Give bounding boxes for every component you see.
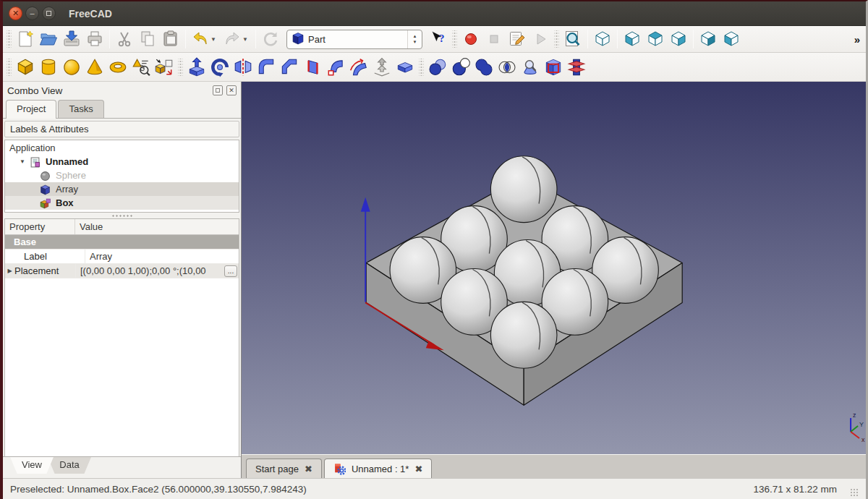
window-title: FreeCAD — [69, 8, 112, 20]
open-document-button[interactable] — [37, 27, 60, 51]
macro-stop-button[interactable] — [482, 27, 506, 51]
toolbar-part-workbench — [3, 53, 866, 82]
view-axonometric-button[interactable] — [591, 27, 614, 51]
property-expander-icon[interactable]: ▶ — [5, 268, 14, 274]
cross-sections-button[interactable] — [565, 56, 588, 79]
freecad-document-icon — [333, 463, 346, 475]
part-box-button[interactable] — [14, 56, 37, 79]
toolbar-overflow-button[interactable]: » — [854, 33, 860, 46]
part-sphere-button[interactable] — [60, 56, 83, 79]
boolean-cut-button[interactable] — [449, 56, 472, 79]
view-top-button[interactable] — [644, 27, 667, 51]
toolbar-drag-handle[interactable] — [7, 59, 12, 76]
undo-icon — [191, 30, 210, 48]
boolean-union-button[interactable] — [472, 56, 495, 79]
value-column-header: Value — [75, 219, 107, 234]
open-document-icon — [39, 30, 58, 48]
view-left-button[interactable] — [720, 27, 743, 51]
toolbar-drag-handle[interactable] — [452, 30, 457, 48]
window-titlebar[interactable]: ✕ – FreeCAD — [3, 1, 866, 26]
macro-record-button[interactable] — [459, 27, 482, 51]
tab-project[interactable]: Project — [6, 100, 56, 119]
redo-button[interactable] — [221, 27, 244, 51]
revolve-button[interactable] — [208, 56, 231, 79]
view-right-button[interactable] — [667, 27, 690, 51]
property-group-base[interactable]: Base — [5, 235, 239, 250]
whats-this-button[interactable]: ? — [427, 27, 450, 51]
part-cone-button[interactable] — [83, 56, 106, 79]
property-editor: Property Value BaseLabelArray▶Placement[… — [4, 218, 239, 457]
tab-tasks[interactable]: Tasks — [58, 100, 103, 118]
panel-splitter[interactable] — [3, 213, 241, 218]
mirror-button[interactable] — [231, 56, 255, 79]
window-maximize-button[interactable] — [42, 7, 56, 20]
macro-play-button[interactable] — [529, 27, 552, 51]
workbench-selector-spinner[interactable]: ▲▼ — [407, 30, 422, 48]
toolbar-drag-handle[interactable] — [554, 30, 559, 48]
workbench-selector[interactable]: Part▲▼ — [286, 30, 422, 49]
thickness-button[interactable] — [393, 56, 417, 79]
sweep-button[interactable] — [347, 56, 370, 79]
view-rear-button[interactable] — [697, 27, 720, 51]
tree-item-box[interactable]: Box — [5, 196, 239, 210]
save-document-button[interactable] — [60, 27, 83, 51]
whats-this-icon: ? — [429, 30, 448, 48]
property-row-placement[interactable]: ▶Placement[(0,00 0,00 1,00);0,00 °;(10,0… — [5, 264, 239, 278]
window-minimize-button[interactable]: – — [25, 7, 39, 20]
view-front-button[interactable] — [621, 27, 644, 51]
property-row-label[interactable]: LabelArray — [5, 250, 239, 264]
zoom-fit-all-icon — [563, 30, 582, 48]
macro-edit-button[interactable] — [506, 27, 529, 51]
tab-close-icon[interactable]: ✖ — [414, 464, 422, 474]
tab-data[interactable]: Data — [48, 457, 91, 474]
ruled-surface-button[interactable] — [301, 56, 324, 79]
undo-dropdown-arrow[interactable]: ▼ — [210, 36, 221, 43]
tree-item-unnamed[interactable]: ▼Unnamed — [5, 155, 239, 169]
toolbar-drag-handle[interactable] — [7, 30, 12, 48]
toolbar-drag-handle[interactable] — [178, 59, 183, 76]
section-button[interactable] — [542, 56, 565, 79]
paste-button[interactable] — [159, 27, 182, 51]
view-front-icon — [623, 30, 642, 48]
placement-edit-button[interactable]: ... — [224, 265, 237, 277]
loft-button[interactable] — [324, 56, 347, 79]
tree-expander-icon[interactable]: ▼ — [20, 158, 30, 165]
tree-item-application[interactable]: Application — [5, 141, 239, 155]
zoom-fit-all-button[interactable] — [561, 27, 584, 51]
print-icon — [85, 30, 104, 48]
document-tab-unnamed[interactable]: Unnamed : 1*✖ — [324, 459, 432, 478]
refresh-button[interactable] — [259, 27, 282, 51]
cross-sections-icon — [566, 57, 587, 77]
panel-close-icon[interactable]: ✕ — [226, 85, 237, 95]
boolean-intersection-button[interactable] — [495, 56, 519, 79]
tab-close-icon[interactable]: ✖ — [305, 464, 312, 474]
toolbar-drag-handle[interactable] — [419, 59, 424, 76]
redo-dropdown-arrow[interactable]: ▼ — [242, 36, 252, 43]
tab-view[interactable]: View — [10, 457, 54, 474]
undo-button[interactable] — [189, 27, 212, 51]
3d-viewport[interactable]: z Y x — [242, 82, 866, 454]
copy-button[interactable] — [136, 27, 159, 51]
offset-button[interactable] — [370, 56, 393, 79]
new-document-icon — [16, 30, 35, 48]
tree-item-array[interactable]: Array — [5, 182, 239, 196]
print-button[interactable] — [83, 27, 106, 51]
new-document-button[interactable] — [14, 27, 37, 51]
resize-grip[interactable] — [850, 488, 859, 497]
check-geometry-button[interactable] — [519, 56, 542, 79]
tree-item-sphere[interactable]: Sphere — [5, 169, 239, 182]
part-box-icon — [15, 57, 35, 77]
extrude-button[interactable] — [185, 56, 208, 79]
panel-float-icon[interactable] — [213, 85, 223, 95]
window-close-button[interactable]: ✕ — [9, 7, 22, 20]
part-primitives-button[interactable] — [129, 56, 153, 79]
fillet-button[interactable] — [255, 56, 278, 79]
document-tab-start-page[interactable]: Start page✖ — [246, 459, 322, 478]
shape-builder-button[interactable] — [153, 56, 176, 79]
cut-button[interactable] — [113, 27, 136, 51]
cut-icon — [115, 30, 134, 48]
chamfer-button[interactable] — [278, 56, 301, 79]
part-cylinder-button[interactable] — [37, 56, 60, 79]
part-torus-button[interactable] — [106, 56, 129, 79]
boolean-operation-button[interactable] — [426, 56, 449, 79]
